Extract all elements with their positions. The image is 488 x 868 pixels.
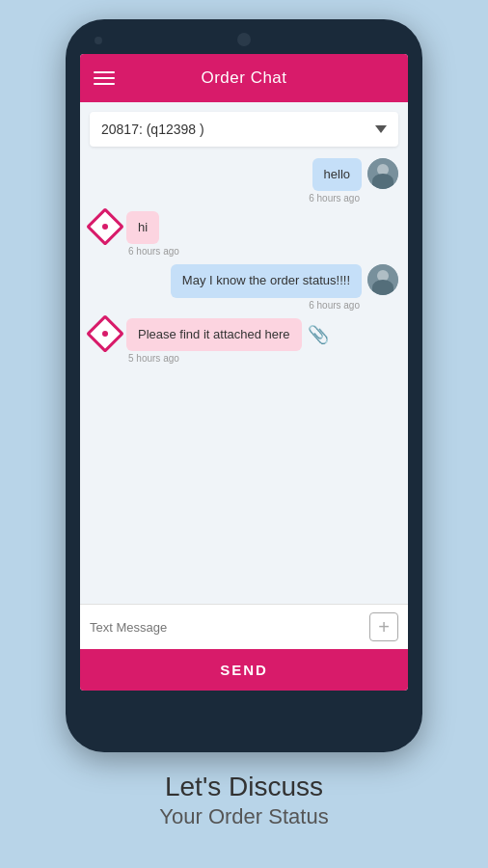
avatar [367,158,398,189]
chat-area: hello 6 hours ago hi [80,150,408,604]
hamburger-line-2 [94,77,115,79]
table-row: hi 6 hours ago [90,211,398,257]
avatar [367,264,398,295]
message-timestamp: 6 hours ago [307,300,362,311]
dropdown-arrow-icon [375,125,387,133]
diamond-avatar [90,211,121,242]
diamond-dot [102,224,108,230]
phone-top-bar [66,19,422,54]
hamburger-menu-icon[interactable] [94,71,115,85]
table-row: May I know the order status!!!! 6 hours … [90,264,398,310]
message-text: May I know the order status!!!! [182,273,350,287]
hamburger-line-1 [94,71,115,73]
phone-speaker [95,37,102,44]
phone-screen: Order Chat 20817: (q12398 ) hello 6 hour… [80,54,408,691]
hamburger-line-3 [94,83,115,85]
message-text: hi [138,220,148,234]
message-bubble-block: Please find it attached here 📎 5 hours a… [126,318,329,364]
header-title: Order Chat [115,68,373,88]
message-with-attachment: Please find it attached here 📎 [126,318,329,351]
table-row: Please find it attached here 📎 5 hours a… [90,318,398,364]
message-bubble: Please find it attached here [126,318,302,351]
send-button[interactable]: SEND [80,649,408,691]
attachment-icon: 📎 [308,324,329,345]
bottom-text-block: Let's Discuss Your Order Status [159,770,328,829]
plus-icon: + [378,616,390,638]
message-bubble-block: May I know the order status!!!! 6 hours … [171,264,362,310]
add-attachment-button[interactable]: + [369,612,398,641]
bottom-text-sub: Your Order Status [159,804,328,829]
user-avatar-person [367,158,398,189]
diamond-shape-icon [86,314,124,353]
message-bubble-block: hi 6 hours ago [126,211,181,257]
message-input[interactable] [90,620,362,635]
message-text: hello [324,167,350,181]
message-bubble: hello [312,158,362,191]
app-header: Order Chat [80,54,408,102]
phone-camera [237,33,251,46]
order-dropdown[interactable]: 20817: (q12398 ) [90,112,398,147]
message-bubble: hi [126,211,159,244]
text-input-row: + [80,604,408,649]
diamond-avatar [90,318,121,349]
message-bubble: May I know the order status!!!! [171,264,362,297]
table-row: hello 6 hours ago [90,158,398,203]
user-avatar-person [367,264,398,295]
message-bubble-block: hello 6 hours ago [307,158,362,203]
diamond-shape-icon [86,207,124,246]
message-timestamp: 6 hours ago [307,193,362,203]
message-timestamp: 5 hours ago [126,353,181,364]
order-dropdown-text: 20817: (q12398 ) [101,122,204,137]
phone-device: Order Chat 20817: (q12398 ) hello 6 hour… [66,19,422,752]
message-text: Please find it attached here [138,327,290,341]
message-timestamp: 6 hours ago [126,246,181,257]
diamond-dot [102,331,108,337]
bottom-text-main: Let's Discuss [159,770,328,804]
